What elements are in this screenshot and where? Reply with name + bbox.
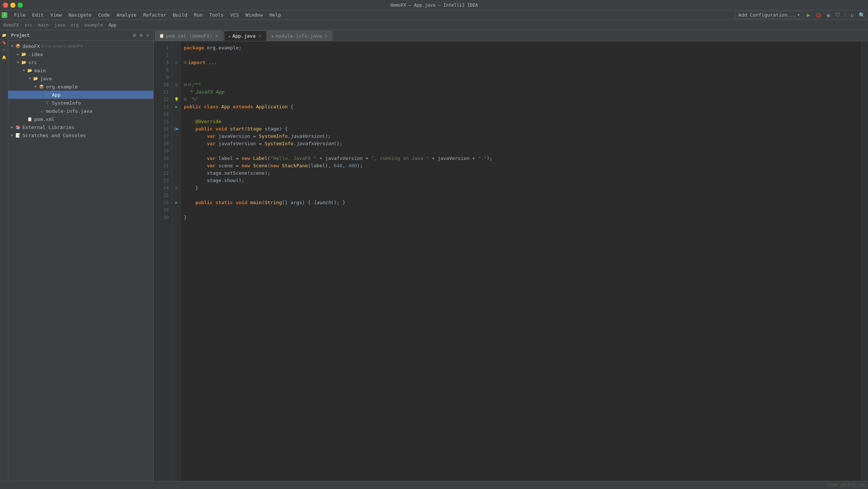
menu-refactor[interactable]: Refactor bbox=[140, 11, 169, 18]
code-content[interactable]: package org.example; ⊟import ... ⊟⊟/** *… bbox=[181, 41, 861, 489]
menu-code[interactable]: Code bbox=[95, 11, 113, 18]
maximize-btn[interactable] bbox=[18, 3, 23, 8]
add-configuration-button[interactable]: Add Configuration... ▼ bbox=[735, 11, 803, 19]
fold-marker-10[interactable]: ⊟ bbox=[184, 81, 187, 88]
right-scrollbar-gutter[interactable] bbox=[861, 41, 868, 489]
expand-arrow-scratches: ▶ bbox=[10, 133, 15, 137]
expand-arrow-org-example: ▼ bbox=[33, 85, 38, 88]
code-line-26: public static void main(String[] args) {… bbox=[181, 199, 861, 206]
override-icon-16[interactable]: @▶ bbox=[174, 125, 179, 133]
tree-item-scratches[interactable]: ▶ 📝 Scratches and Consoles bbox=[8, 131, 153, 139]
update-button[interactable]: ↻ bbox=[849, 11, 855, 19]
status-bar: CSDN @田野新之助 bbox=[0, 481, 868, 489]
coverage-button[interactable]: ⛉ bbox=[834, 11, 842, 19]
notification-icon[interactable]: 🔔 bbox=[1, 54, 7, 60]
menu-build[interactable]: Build bbox=[170, 11, 190, 18]
code-line-29 bbox=[181, 206, 861, 214]
fold-icon-10[interactable]: ⊟ bbox=[175, 81, 178, 88]
module-tab-close[interactable]: ✕ bbox=[323, 34, 329, 39]
code-line-2 bbox=[181, 52, 861, 59]
code-line-15: @Override bbox=[181, 118, 861, 125]
minimize-btn[interactable] bbox=[10, 3, 15, 8]
menu-vcs[interactable]: VCS bbox=[227, 11, 242, 18]
class-icon-systeminfo: C bbox=[44, 99, 51, 106]
bulb-icon-12[interactable]: 💡 bbox=[174, 96, 179, 103]
title-bar: demoFX – App.java – IntelliJ IDEA bbox=[0, 0, 868, 10]
breadcrumb-demofx[interactable]: demoFX bbox=[3, 22, 19, 28]
tree-item-java[interactable]: ▼ 📂 java bbox=[8, 74, 153, 83]
tab-pom[interactable]: 📋 pom.xml (demoFX) ✕ bbox=[155, 31, 223, 41]
project-header-label: Project bbox=[11, 33, 30, 38]
module-icon: 📦 bbox=[15, 43, 21, 49]
menu-run[interactable]: Run bbox=[191, 11, 205, 18]
tree-item-systeminfo[interactable]: C SystemInfo bbox=[8, 99, 153, 107]
run-icon-26[interactable]: ▶ bbox=[175, 199, 178, 206]
line-30: 30 bbox=[154, 214, 172, 221]
fold-end-icon-24[interactable]: ⊡ bbox=[175, 184, 178, 192]
line-12: 12 bbox=[154, 96, 172, 103]
breadcrumb-bar: demoFX › src › main › java › org › examp… bbox=[0, 20, 868, 30]
line-2: 2 bbox=[154, 52, 172, 59]
menu-navigate[interactable]: Navigate bbox=[66, 11, 95, 18]
structure-icon[interactable]: ⊟ bbox=[1, 46, 7, 53]
breadcrumb-main[interactable]: main bbox=[38, 22, 49, 28]
menu-edit[interactable]: Edit bbox=[29, 11, 46, 18]
fold-icon-3[interactable]: ⊟ bbox=[175, 59, 178, 66]
breadcrumb-java[interactable]: java bbox=[55, 22, 65, 28]
menu-window[interactable]: Window bbox=[243, 11, 266, 18]
pom-tab-close[interactable]: ✕ bbox=[214, 34, 219, 39]
close-btn[interactable] bbox=[3, 3, 8, 8]
run-icon-13[interactable]: ▶ bbox=[175, 103, 178, 111]
code-line-24: } bbox=[181, 184, 861, 192]
line-11: 11 bbox=[154, 88, 172, 96]
code-line-25 bbox=[181, 192, 861, 199]
debug-button[interactable]: 🐞 bbox=[814, 11, 823, 19]
breadcrumb-org[interactable]: org bbox=[71, 22, 79, 28]
tree-item-demofx[interactable]: ▼ 📦 demoFX D:/project/demoFX bbox=[8, 42, 153, 50]
breadcrumb-app[interactable]: App bbox=[109, 22, 117, 28]
breadcrumb-src[interactable]: src bbox=[25, 22, 33, 28]
line-22: 22 bbox=[154, 170, 172, 177]
tree-item-app[interactable]: C App bbox=[8, 91, 153, 99]
code-line-8 bbox=[181, 66, 861, 74]
add-config-label: Add Configuration... bbox=[738, 12, 796, 18]
project-toolbar: ⊟ ⚙ ✕ bbox=[132, 32, 150, 38]
tree-item-src[interactable]: ▼ 📂 src bbox=[8, 58, 153, 66]
run-button[interactable]: ▶ bbox=[805, 11, 812, 19]
app-tab-close[interactable]: ✕ bbox=[257, 34, 262, 39]
collapse-all-icon[interactable]: ⊟ bbox=[132, 32, 137, 38]
breadcrumb-example[interactable]: example bbox=[84, 22, 103, 28]
code-line-17: var javaVersion = SystemInfo.javaVersion… bbox=[181, 133, 861, 140]
search-everywhere-button[interactable]: 🔍 bbox=[857, 11, 867, 19]
tab-app-java[interactable]: ☕ App.java ✕ bbox=[224, 31, 266, 41]
tab-module-info[interactable]: ☕ module-info.java ✕ bbox=[267, 31, 333, 41]
menu-view[interactable]: View bbox=[48, 11, 65, 18]
gutter-25 bbox=[172, 192, 181, 199]
scratches-icon: 📝 bbox=[15, 132, 21, 139]
code-gutter-markers: ⊟ ⊟ 💡 ▶ bbox=[172, 41, 181, 489]
gutter-24: ⊡ bbox=[172, 184, 181, 192]
tree-item-main[interactable]: ▼ 📂 main bbox=[8, 66, 153, 74]
expand-arrow-main: ▼ bbox=[21, 69, 27, 72]
close-panel-icon[interactable]: ✕ bbox=[145, 32, 150, 38]
tree-item-pom[interactable]: 📋 pom.xml bbox=[8, 115, 153, 123]
config-dropdown-arrow[interactable]: ▼ bbox=[798, 13, 800, 17]
menu-analyze[interactable]: Analyze bbox=[113, 11, 140, 18]
tree-item-external-libs[interactable]: ▶ 📚 External Libraries bbox=[8, 123, 153, 131]
settings-icon[interactable]: ⚙ bbox=[139, 32, 144, 38]
menu-tools[interactable]: Tools bbox=[206, 11, 227, 18]
fold-marker-3[interactable]: ⊟ bbox=[184, 59, 187, 66]
fold-marker-12[interactable]: ⊟ bbox=[184, 96, 187, 103]
profile-button[interactable]: ◉ bbox=[825, 11, 831, 19]
tree-item-module-info[interactable]: ☕ module-info.java bbox=[8, 107, 153, 115]
menu-help[interactable]: Help bbox=[267, 11, 284, 18]
project-tool-window-icon[interactable]: 📁 bbox=[1, 32, 7, 38]
tree-item-idea[interactable]: ▶ 📂 .idea bbox=[8, 50, 153, 58]
code-line-23: stage.show(); bbox=[181, 177, 861, 184]
code-line-9 bbox=[181, 74, 861, 81]
bookmark-icon[interactable]: 🔖 bbox=[1, 39, 7, 46]
tree-path-demofx: D:/project/demoFX bbox=[41, 44, 83, 49]
menu-file[interactable]: File bbox=[11, 11, 28, 18]
tree-item-org-example[interactable]: ▼ 📦 org.example bbox=[8, 83, 153, 91]
expand-arrow-external-libs: ▶ bbox=[10, 125, 15, 129]
